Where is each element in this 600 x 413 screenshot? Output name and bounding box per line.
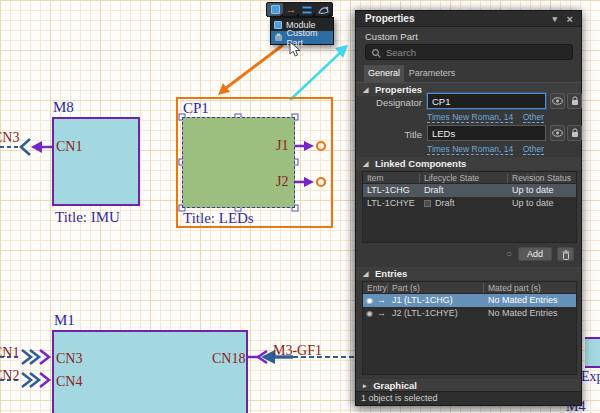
m1-cn1-chevron2-icon: [30, 350, 39, 364]
m1-port-cn18: CN18: [212, 351, 245, 367]
m8-arrowhead-icon: [31, 141, 42, 153]
tab-general[interactable]: General: [364, 65, 404, 82]
status-bar: 1 object is selected: [356, 391, 581, 405]
entry-visibility-icon[interactable]: ◉: [366, 294, 373, 307]
m8-blue-chevron-icon: [21, 139, 30, 155]
table-row[interactable]: ◉ → J1 (LTL-1CHG) No Mated Entries: [363, 294, 576, 307]
harness-icon: [302, 6, 312, 14]
table-header: Item Lifecycle State Revision Status: [363, 172, 576, 184]
add-button[interactable]: Add: [518, 247, 552, 261]
m1-cn2-chevron1-icon: [22, 373, 31, 387]
m8-net-label-cn3: CN3: [0, 130, 19, 146]
module-icon: [274, 21, 282, 29]
section-linked-components[interactable]: ◢ Linked Components: [356, 157, 581, 170]
edge-label-exp: Exp: [581, 369, 600, 385]
table-header: Entry Part (s) Mated part (s): [363, 282, 576, 294]
table-row[interactable]: ◉ → J2 (LTL-1CHYE) No Mated Entries: [363, 307, 576, 320]
search-icon: [372, 49, 381, 58]
cell-mated-part: No Mated Entries: [488, 294, 558, 307]
entry-arrow-icon: →: [377, 294, 386, 307]
lifecycle-checkbox[interactable]: [424, 200, 431, 207]
edge-partial-block[interactable]: [585, 337, 600, 368]
trash-icon: [562, 250, 570, 260]
title-input[interactable]: [427, 125, 546, 141]
m8-designator: M8: [53, 99, 74, 116]
m1-net-label-cn2: CN2: [0, 368, 19, 384]
column-divider: [387, 283, 388, 293]
designator-label: Designator: [356, 97, 422, 108]
object-type-label: Custom Part: [365, 31, 418, 42]
m1-block[interactable]: [52, 330, 248, 413]
m1-designator: M1: [54, 312, 75, 329]
m1-port-cn4: CN4: [56, 374, 82, 390]
designator-lock-button[interactable]: [567, 93, 582, 109]
refresh-icon[interactable]: ○: [506, 247, 512, 261]
part-tool-button[interactable]: [315, 3, 331, 16]
cp1-block[interactable]: [182, 117, 295, 208]
cp1-port-j1: J1: [276, 138, 288, 154]
mouse-cursor-icon: [289, 41, 303, 59]
section-expanded-icon: ◢: [363, 267, 368, 280]
connection-tool-button[interactable]: →: [283, 3, 299, 16]
entry-arrow-icon: →: [377, 307, 386, 320]
m1-net-label-cn1: CN1: [0, 345, 19, 361]
column-divider: [483, 283, 484, 293]
orange-annotation-arrowhead-icon: [218, 83, 230, 95]
col-mated-part: Mated part (s): [488, 282, 541, 294]
designator-visibility-button[interactable]: [550, 93, 565, 109]
title-lock-button[interactable]: [567, 125, 582, 141]
panel-menu-icon[interactable]: ▾: [552, 11, 557, 27]
m8-block[interactable]: [52, 117, 140, 206]
column-divider: [507, 173, 508, 183]
m3gf1-net-label: M3-GF1: [273, 343, 322, 359]
col-lifecycle: Lifecycle State: [424, 172, 479, 184]
connection-arrow-icon: →: [286, 4, 297, 15]
search-box: [365, 44, 573, 60]
m1-cn2-purple-chevron-icon: [40, 373, 49, 387]
delete-button[interactable]: [557, 247, 574, 261]
panel-header[interactable]: Properties ▾ ×: [356, 11, 581, 27]
m1-port-cn3: CN3: [56, 351, 82, 367]
panel-close-icon[interactable]: ×: [567, 11, 573, 27]
m1-cn2-chevron2-icon: [30, 373, 39, 387]
schematic-editor: M8 CN1 CN3 Title: IMU CP1 J1 J2 Title: L…: [0, 0, 600, 413]
cp1-designator: CP1: [183, 100, 209, 117]
lock-icon: [571, 128, 579, 138]
section-label: Entries: [375, 268, 407, 279]
table-row[interactable]: LTL-1CHG Draft Up to date: [363, 184, 576, 197]
cp1-title: Title: LEDs: [183, 210, 254, 227]
placement-toolbar: →: [266, 2, 333, 17]
dropdown-corner-icon: [328, 13, 331, 16]
panel-title: Properties: [365, 13, 414, 24]
title-other-link[interactable]: Other: [523, 144, 544, 155]
cell-item: LTL-1CHYE: [367, 197, 415, 210]
cell-part: J2 (LTL-1CHYE): [392, 307, 458, 320]
section-entries[interactable]: ◢ Entries: [356, 267, 581, 280]
m1-cn18-chevron-icon: [258, 351, 267, 363]
search-input[interactable]: [386, 46, 566, 58]
m8-port-cn1: CN1: [56, 139, 82, 155]
cell-part: J1 (LTL-1CHG): [392, 294, 453, 307]
module-tool-button[interactable]: [267, 3, 283, 16]
title-visibility-button[interactable]: [550, 125, 565, 141]
orange-annotation-line: [226, 45, 283, 88]
harness-tool-button[interactable]: [299, 3, 315, 16]
module-icon: [271, 5, 280, 14]
entries-table: Entry Part (s) Mated part (s) ◉ → J1 (LT…: [362, 281, 577, 375]
cp1-port-j2: J2: [276, 174, 288, 190]
designator-input[interactable]: [427, 93, 546, 109]
eye-icon: [552, 129, 563, 137]
m8-title: Title: IMU: [55, 209, 120, 226]
title-font-link[interactable]: Times New Roman, 14: [427, 144, 513, 155]
section-label: Graphical: [373, 380, 417, 391]
table-row[interactable]: LTL-1CHYE Draft Up to date: [363, 197, 576, 210]
cell-item: LTL-1CHG: [367, 184, 410, 197]
designator-other-link[interactable]: Other: [523, 112, 544, 123]
m1-cn1-purple-chevron-icon: [40, 350, 49, 364]
section-expanded-icon: ◢: [363, 157, 368, 170]
designator-font-link[interactable]: Times New Roman, 14: [427, 112, 513, 123]
cell-mated-part: No Mated Entries: [488, 307, 558, 320]
tab-parameters[interactable]: Parameters: [404, 65, 460, 82]
title-label: Title: [356, 129, 422, 140]
entry-visibility-icon[interactable]: ◉: [366, 307, 373, 320]
